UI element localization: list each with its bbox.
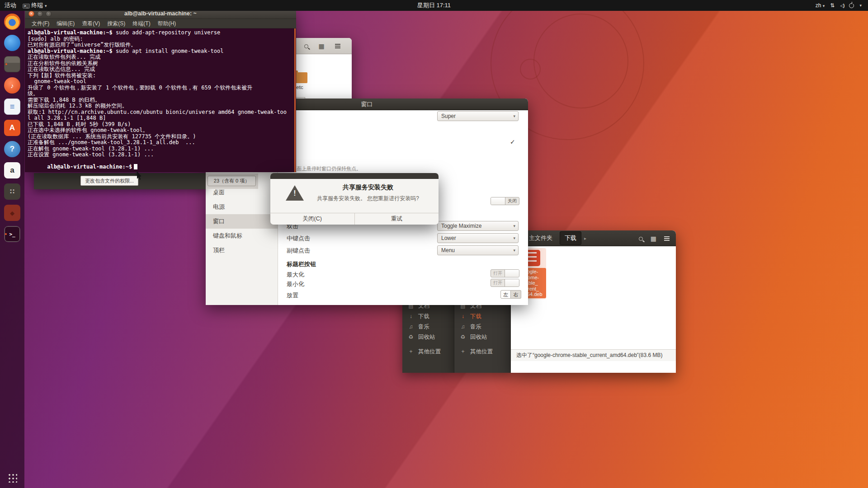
app-menu[interactable]: >_ 终端 ▾ xyxy=(23,1,47,9)
maximize-button[interactable]: ▫ xyxy=(46,11,52,17)
minimize-switch[interactable]: 打开 xyxy=(491,279,519,287)
dialog-retry-button[interactable]: 重试 xyxy=(355,213,439,225)
switch-label: 打开 xyxy=(491,270,505,277)
downloads-header: 主文件夹 下载 ▸ ▦ xyxy=(511,230,676,246)
volume-icon[interactable]: ◁) xyxy=(840,3,844,9)
double-click-dropdown[interactable]: Toggle Maximize ▾ xyxy=(437,221,519,231)
minimize-button[interactable]: − xyxy=(37,11,43,17)
switch-knob xyxy=(505,279,519,286)
sidebar-place-item[interactable]: ♫ 音乐 xyxy=(402,322,454,332)
wallpaper-circle xyxy=(533,14,628,108)
menu-item[interactable]: 编辑(E) xyxy=(53,19,78,28)
dock-icon-firefox[interactable] xyxy=(4,14,20,30)
place-icon: ↓ xyxy=(408,311,414,322)
place-label: 下载 xyxy=(418,311,429,322)
terminal-window: ✕ − ▫ alb@alb-virtual-machine: ~ 文件(F) 编… xyxy=(25,9,296,172)
hamburger-menu-icon[interactable] xyxy=(334,42,342,50)
chevron-down-icon: ▾ xyxy=(513,221,515,230)
terminal-cursor xyxy=(134,164,137,169)
sidebar-place-item[interactable]: + 其他位置 xyxy=(402,347,454,357)
place-icon: ♫ xyxy=(460,322,466,332)
sidebar-place-item[interactable]: ♫ 音乐 xyxy=(454,322,511,332)
tweaks-sidebar-item[interactable]: 窗口 xyxy=(206,214,278,229)
tweaks-sidebar-item[interactable]: 电源 xyxy=(206,200,278,214)
menu-item[interactable]: 文件(F) xyxy=(28,19,52,28)
dock-icon-files[interactable] xyxy=(4,56,20,72)
search-icon[interactable] xyxy=(302,42,310,50)
terminal-line: (正在读取数据库 ... 系统当前共安装有 127735 个文件和目录。) xyxy=(28,134,296,140)
auto-raise-switch[interactable]: 关闭 xyxy=(491,197,519,205)
view-grid-icon[interactable]: ▦ xyxy=(317,42,326,50)
menu-item[interactable]: 搜索(S) xyxy=(104,19,128,28)
terminal-app-icon: >_ xyxy=(23,4,30,9)
path-button-home[interactable]: 主文件夹 xyxy=(524,232,557,244)
clock[interactable]: 星期日 17:11 xyxy=(417,0,451,11)
minimize-label: 最小化 xyxy=(287,280,304,288)
path-button-downloads[interactable]: 下载 xyxy=(560,231,581,245)
placement-segmented-control: 左 右 xyxy=(500,290,521,299)
terminal-line: 获取:1 http://cn.archive.ubuntu.com/ubuntu… xyxy=(28,109,296,116)
hamburger-menu-icon[interactable] xyxy=(664,235,670,242)
terminal-line: 正在读取软件包列表... 完成 xyxy=(28,54,296,61)
maximize-label: 最大化 xyxy=(287,271,304,279)
middle-click-dropdown[interactable]: Lower ▾ xyxy=(437,233,519,243)
activities-button[interactable]: 活动 xyxy=(5,1,16,9)
power-icon[interactable] xyxy=(849,3,854,8)
menu-item[interactable]: 终端(T) xyxy=(129,19,153,28)
dialog-message: 共享服务安装失败。 您想重新进行安装吗? xyxy=(304,195,432,202)
titlebar-buttons-section: 标题栏按钮 xyxy=(287,260,316,268)
place-icon: ↓ xyxy=(460,311,466,322)
terminal-line: [sudo] alb 的密码: xyxy=(28,36,296,42)
dialog-titlebar[interactable] xyxy=(270,173,439,179)
network-icon[interactable]: ⇅ xyxy=(830,2,835,9)
terminal-line: 解压缩后会消耗 12.3 kB 的额外空间。 xyxy=(28,103,296,109)
middle-click-label: 中键点击 xyxy=(287,235,310,243)
placement-left-button[interactable]: 左 xyxy=(500,290,511,299)
terminal-line: 正在读取状态信息... 完成 xyxy=(28,66,296,73)
tweaks-sidebar-item[interactable]: 键盘和鼠标 xyxy=(206,229,278,243)
tweaks-sidebar-item[interactable]: 顶栏 xyxy=(206,243,278,258)
maximize-switch[interactable]: 打开 xyxy=(491,269,519,277)
dock-icon-help[interactable]: ? xyxy=(4,141,20,157)
music-note-icon: ♪ xyxy=(10,82,14,89)
dock-icon-app-red[interactable]: ◆ xyxy=(4,205,20,221)
diamond-icon: ◆ xyxy=(10,210,14,216)
dock-icon-amazon[interactable]: a xyxy=(4,162,20,178)
dock-icon-libreoffice-writer[interactable]: ≡ xyxy=(4,99,20,115)
sidebar-place-item[interactable]: ↓ 下载 xyxy=(454,311,511,322)
scrollbar[interactable] xyxy=(294,28,296,172)
place-icon: ♻ xyxy=(460,332,466,343)
menu-item[interactable]: 查看(V) xyxy=(79,19,103,28)
terminal-line: 升级了 0 个软件包，新安装了 1 个软件包，要卸载 0 个软件包，有 659 … xyxy=(28,85,296,91)
close-button[interactable]: ✕ xyxy=(28,11,34,17)
switch-knob xyxy=(491,197,505,205)
sidebar-place-item[interactable]: ♻ 回收站 xyxy=(454,332,511,343)
input-language-indicator[interactable]: zh ▾ xyxy=(816,2,825,9)
dock-icon-terminal[interactable]: >_ xyxy=(4,226,20,242)
terminal-line: 已对所有源启用了“universe”发行版组件。 xyxy=(28,42,296,48)
dock-icon-ubuntu-software[interactable]: A xyxy=(4,120,20,136)
placement-right-button[interactable]: 右 xyxy=(511,290,521,299)
window-action-key-dropdown[interactable]: Super ▾ xyxy=(437,111,519,121)
terminal-prompt-icon: >_ xyxy=(9,231,15,237)
place-icon: ♫ xyxy=(408,322,414,332)
show-applications-button[interactable] xyxy=(7,473,17,483)
sidebar-place-item[interactable]: + 其他位置 xyxy=(454,347,511,357)
terminal-line: gnome-tweak-tool xyxy=(28,79,296,85)
chevron-down-icon[interactable]: ▾ xyxy=(859,3,862,8)
view-grid-icon[interactable]: ▦ xyxy=(651,235,656,242)
sidebar-place-item[interactable]: ♻ 回收站 xyxy=(402,332,454,343)
dialog-close-button[interactable]: 关闭(C) xyxy=(270,213,355,225)
secondary-click-dropdown[interactable]: Menu ▾ xyxy=(437,245,519,255)
dock-icon-rhythmbox[interactable]: ♪ xyxy=(4,77,20,94)
menu-item[interactable]: 帮助(H) xyxy=(155,19,179,28)
amazon-letter: a xyxy=(10,166,14,175)
wallpaper-circle xyxy=(520,59,541,80)
files-window-downloads: 主文件夹 下载 ▸ ▦ google- chrome- stable_ curr… xyxy=(511,230,676,373)
warning-icon: ! xyxy=(286,185,304,201)
dock-icon-app-grid[interactable]: ∷ xyxy=(4,183,20,200)
terminal-body[interactable]: alb@alb-virtual-machine:~$ sudo add-apt-… xyxy=(25,28,296,172)
dock-icon-thunderbird[interactable] xyxy=(4,35,20,51)
search-icon[interactable] xyxy=(639,235,643,242)
sidebar-place-item[interactable]: ↓ 下载 xyxy=(402,311,454,322)
